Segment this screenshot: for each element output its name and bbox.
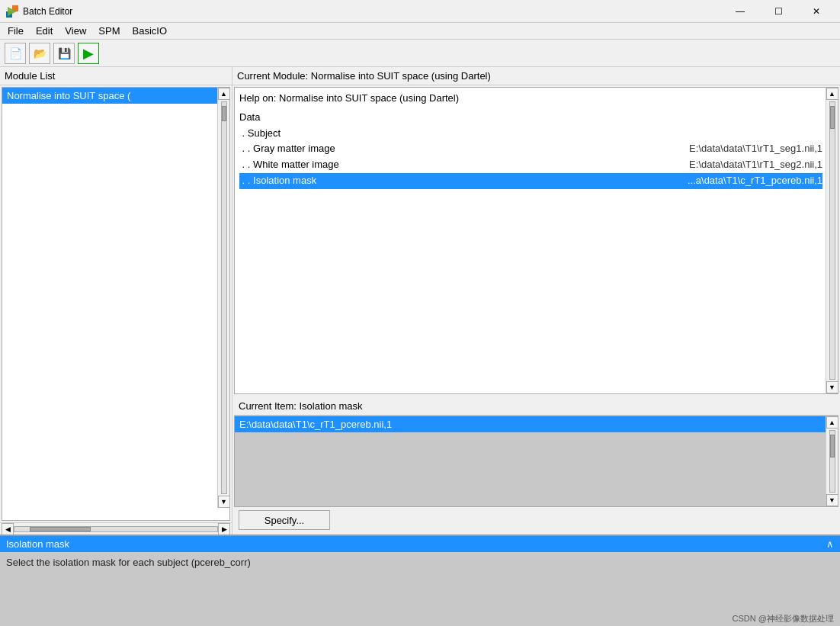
bottom-panel-footer: CSDN @神经影像数据处理: [0, 612, 840, 626]
scrollbar-h-left: ◀ ▶: [0, 522, 232, 535]
new-icon: 📄: [9, 47, 22, 59]
help-area[interactable]: Help on: Normalise into SUIT space (usin…: [234, 87, 838, 394]
menu-view[interactable]: View: [59, 24, 92, 38]
scroll-thumb-v-right[interactable]: [830, 106, 835, 129]
right-panel: Current Module: Normalise into SUIT spac…: [232, 67, 840, 535]
tree-item-2-value: E:\data\data\T1\rT1_seg1.nii,1: [689, 141, 822, 157]
run-icon: ▶: [83, 45, 94, 62]
help-title-line: Help on: Normalise into SUIT space (usin…: [239, 91, 822, 107]
title-bar: Batch Editor — ☐ ✕: [0, 0, 840, 23]
menu-edit[interactable]: Edit: [30, 24, 59, 38]
current-item-value[interactable]: E:\data\data\T1\c_rT1_pcereb.nii,1: [235, 416, 838, 432]
scroll-down-right[interactable]: ▼: [826, 381, 838, 393]
bottom-panel-title: Isolation mask: [6, 538, 69, 550]
tree-item-4[interactable]: . . Isolation mask ...a\data\T1\c_rT1_pc…: [239, 173, 822, 189]
scroll-track-x-left: [14, 526, 218, 532]
scroll-thumb-x-left[interactable]: [30, 527, 91, 531]
scroll-track-v-current: [829, 430, 835, 493]
menu-file[interactable]: File: [2, 24, 30, 38]
scroll-thumb-v-left[interactable]: [222, 106, 226, 121]
tree-item-0[interactable]: Data: [239, 110, 822, 126]
watermark-text: CSDN @神经影像数据处理: [733, 614, 834, 623]
open-button[interactable]: 📂: [29, 43, 50, 64]
tree-item-4-label: . . Isolation mask: [239, 173, 316, 189]
scroll-track-v-right: [829, 101, 835, 380]
app-icon: [6, 5, 18, 18]
scroll-up-left[interactable]: ▲: [218, 88, 230, 100]
maximize-button[interactable]: ☐: [761, 0, 796, 23]
current-item-section: Current Item: Isolation mask E:\data\dat…: [234, 397, 838, 533]
tree-item-3[interactable]: . . White matter image E:\data\data\T1\r…: [239, 157, 822, 173]
help-content: Help on: Normalise into SUIT space (usin…: [235, 88, 838, 393]
scroll-right-btn[interactable]: ▶: [218, 523, 230, 535]
open-icon: 📂: [34, 47, 46, 59]
content-wrapper: Module List Normalise into SUIT space ( …: [0, 67, 840, 626]
left-panel: Module List Normalise into SUIT space ( …: [0, 67, 232, 535]
module-list-area[interactable]: Normalise into SUIT space ( ▲ ▼: [2, 87, 230, 521]
new-button[interactable]: 📄: [5, 43, 26, 64]
app-window: Batch Editor — ☐ ✕ File Edit View SPM Ba…: [0, 0, 840, 626]
scroll-down-current[interactable]: ▼: [826, 494, 838, 506]
module-list-header: Module List: [0, 67, 232, 85]
scroll-down-left[interactable]: ▼: [218, 496, 230, 508]
right-panel-header: Current Module: Normalise into SUIT spac…: [232, 67, 840, 85]
run-button[interactable]: ▶: [78, 43, 99, 64]
specify-button[interactable]: Specify...: [239, 510, 330, 530]
tree-item-2[interactable]: . . Gray matter image E:\data\data\T1\rT…: [239, 141, 822, 157]
title-bar-text: Batch Editor: [23, 6, 723, 17]
module-list-item[interactable]: Normalise into SUIT space (: [2, 88, 229, 104]
scroll-track-v-left: [221, 101, 227, 494]
scrollbar-v-current: ▲ ▼: [826, 416, 838, 506]
toolbar: 📄 📂 💾 ▶: [0, 40, 840, 67]
current-item-area[interactable]: E:\data\data\T1\c_rT1_pcereb.nii,1 ▲ ▼: [234, 416, 838, 507]
tree-item-3-value: E:\data\data\T1\rT1_seg2.nii,1: [689, 157, 822, 173]
menu-basicio[interactable]: BasicIO: [126, 24, 173, 38]
save-icon: 💾: [58, 47, 71, 59]
tree-item-4-value: ...a\data\T1\c_rT1_pcereb.nii,1: [688, 173, 822, 189]
bottom-panel-description: Select the isolation mask for each subje…: [6, 557, 251, 568]
bottom-panel: Isolation mask ∧ Select the isolation ma…: [0, 535, 840, 626]
scroll-thumb-v-current[interactable]: [830, 435, 835, 457]
tree-item-1[interactable]: . Subject: [239, 126, 822, 142]
bottom-panel-chevron[interactable]: ∧: [826, 538, 834, 550]
scrollbar-v-left: ▲ ▼: [217, 88, 229, 508]
bottom-panel-header: Isolation mask ∧: [0, 536, 840, 552]
title-bar-controls: — ☐ ✕: [723, 0, 834, 23]
menu-bar: File Edit View SPM BasicIO: [0, 23, 840, 40]
scroll-up-right[interactable]: ▲: [826, 88, 838, 100]
scroll-left-btn[interactable]: ◀: [2, 523, 14, 535]
save-button[interactable]: 💾: [53, 43, 75, 64]
scroll-up-current[interactable]: ▲: [826, 416, 838, 429]
close-button[interactable]: ✕: [799, 0, 834, 23]
tree-item-2-label: . . Gray matter image: [239, 141, 335, 157]
scrollbar-v-right: ▲ ▼: [826, 88, 838, 393]
panels-row: Module List Normalise into SUIT space ( …: [0, 67, 840, 535]
menu-spm[interactable]: SPM: [92, 24, 126, 38]
current-item-label: Current Item: Isolation mask: [234, 397, 838, 416]
minimize-button[interactable]: —: [723, 0, 758, 23]
tree-item-3-label: . . White matter image: [239, 157, 339, 173]
bottom-panel-content: Select the isolation mask for each subje…: [0, 552, 840, 612]
